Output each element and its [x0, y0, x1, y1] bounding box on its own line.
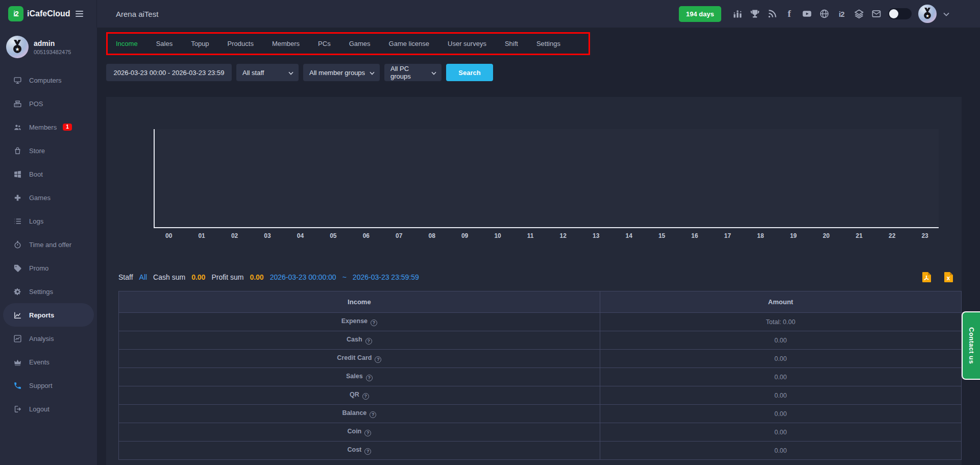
row-amount: 0.00 [600, 386, 961, 405]
sidebar-item-promo[interactable]: Promo [0, 256, 97, 280]
row-label: Cost [347, 446, 361, 453]
layers-icon[interactable] [853, 9, 864, 19]
subscription-days-button[interactable]: 194 days [679, 6, 721, 22]
main-content: Income Sales Topup Products Members PCs … [97, 28, 980, 465]
help-icon[interactable]: ? [362, 393, 369, 400]
export-excel-icon[interactable]: X [944, 272, 953, 282]
table-header-row: Income Amount [119, 291, 962, 313]
chevron-down-icon [431, 69, 436, 77]
sidebar-nav: Computers POS Members 1 Store Boot Ga [0, 68, 97, 421]
members-badge: 1 [63, 124, 72, 131]
sidebar-item-settings[interactable]: Settings [0, 280, 97, 303]
row-amount: 0.00 [600, 350, 961, 368]
staff-select[interactable]: All staff [236, 64, 299, 81]
dark-mode-toggle[interactable] [888, 8, 912, 19]
sidebar-item-pos[interactable]: POS [0, 92, 97, 115]
icafecloud-logo-icon: i2 [8, 6, 23, 21]
pc-groups-select[interactable]: All PC groups [384, 64, 442, 81]
windows-icon [13, 169, 22, 179]
sidebar-item-games[interactable]: Games [0, 186, 97, 209]
row-amount: 0.00 [600, 442, 961, 460]
tab-shift[interactable]: Shift [505, 40, 518, 47]
sidebar-item-analysis[interactable]: Analysis [0, 327, 97, 350]
youtube-icon[interactable] [801, 9, 812, 19]
stopwatch-icon [13, 240, 22, 249]
tab-games[interactable]: Games [349, 40, 371, 47]
row-label: Coin [347, 428, 361, 435]
user-avatar[interactable] [918, 5, 937, 23]
help-icon[interactable]: ? [364, 448, 371, 455]
chart-plot-area [154, 129, 939, 228]
cash-register-icon [13, 99, 22, 108]
help-icon[interactable]: ? [366, 375, 373, 381]
gear-icon [13, 287, 22, 296]
tab-settings[interactable]: Settings [536, 40, 560, 47]
date-range-input[interactable] [106, 64, 232, 81]
sidebar-item-events[interactable]: Events [0, 350, 97, 374]
staff-value-link[interactable]: All [139, 273, 148, 281]
tab-sales[interactable]: Sales [156, 40, 173, 47]
row-label: Balance [342, 409, 366, 417]
contact-us-button[interactable]: Contact us [962, 311, 980, 380]
table-row: Cost? 0.00 [119, 442, 962, 460]
row-amount: 0.00 [600, 368, 961, 386]
svg-text:X: X [947, 276, 950, 281]
search-button[interactable]: Search [446, 64, 493, 81]
topbar-actions: 194 days f i2 [679, 5, 980, 23]
income-table: Income Amount Expense? Total: 0.00 Cash?… [118, 291, 962, 460]
cash-sum-value: 0.00 [191, 273, 205, 281]
tab-game-license[interactable]: Game license [389, 40, 429, 47]
tab-user-surveys[interactable]: User surveys [448, 40, 486, 47]
table-row: Credit Card? 0.00 [119, 350, 962, 368]
income-report-card: 0001020304050607080910111213141516171819… [106, 97, 962, 465]
chart-box-icon [13, 334, 22, 343]
tab-income[interactable]: Income [116, 40, 138, 47]
sidebar-item-logout[interactable]: Logout [0, 397, 97, 421]
chevron-down-icon [288, 69, 293, 77]
trophy-icon[interactable] [749, 9, 760, 19]
table-row: Sales? 0.00 [119, 368, 962, 386]
sidebar-item-time-and-offer[interactable]: Time and offer [0, 233, 97, 256]
globe-icon[interactable] [819, 9, 829, 19]
cash-sum-label: Cash sum [153, 273, 185, 281]
app-name: iCafeCloud [27, 9, 70, 18]
row-label: Sales [346, 373, 363, 380]
mail-icon[interactable] [871, 9, 881, 19]
help-icon[interactable]: ? [365, 338, 372, 345]
rss-icon[interactable] [767, 9, 777, 19]
sidebar-item-boot[interactable]: Boot [0, 162, 97, 186]
help-icon[interactable]: ? [370, 411, 376, 418]
hamburger-menu-icon[interactable] [76, 11, 83, 17]
row-label: Credit Card [337, 354, 372, 361]
help-icon[interactable]: ? [375, 356, 381, 363]
icafe-logo-icon[interactable]: i2 [836, 9, 847, 19]
export-pdf-icon[interactable] [922, 272, 931, 282]
sidebar-item-logs[interactable]: Logs [0, 209, 97, 233]
user-name: admin [34, 39, 71, 47]
tab-products[interactable]: Products [228, 40, 254, 47]
sidebar-item-support[interactable]: Support [0, 374, 97, 397]
help-icon[interactable]: ? [364, 430, 371, 436]
toggle-knob [889, 9, 898, 18]
date-separator: ~ [342, 273, 347, 281]
table-row: QR? 0.00 [119, 386, 962, 405]
help-icon[interactable]: ? [371, 320, 377, 326]
sidebar-user-block[interactable]: admin 005193482475 [0, 28, 97, 65]
sidebar-item-members[interactable]: Members 1 [0, 115, 97, 139]
tab-pcs[interactable]: PCs [318, 40, 331, 47]
row-label: QR [350, 391, 359, 398]
tab-topup[interactable]: Topup [191, 40, 209, 47]
sidebar-item-reports[interactable]: Reports [3, 303, 94, 327]
users-icon [13, 123, 22, 132]
member-groups-select[interactable]: All member groups [303, 64, 380, 81]
summary-row: Staff All Cash sum 0.00 Profit sum 0.00 … [118, 271, 953, 284]
profit-sum-label: Profit sum [211, 273, 243, 281]
medal-icon [922, 7, 933, 20]
sidebar-item-store[interactable]: Store [0, 139, 97, 162]
ranking-icon[interactable] [732, 9, 743, 19]
chevron-down-icon[interactable] [943, 9, 949, 18]
facebook-icon[interactable]: f [784, 9, 795, 19]
row-amount: 0.00 [600, 405, 961, 423]
sidebar-item-computers[interactable]: Computers [0, 68, 97, 92]
tab-members[interactable]: Members [272, 40, 300, 47]
